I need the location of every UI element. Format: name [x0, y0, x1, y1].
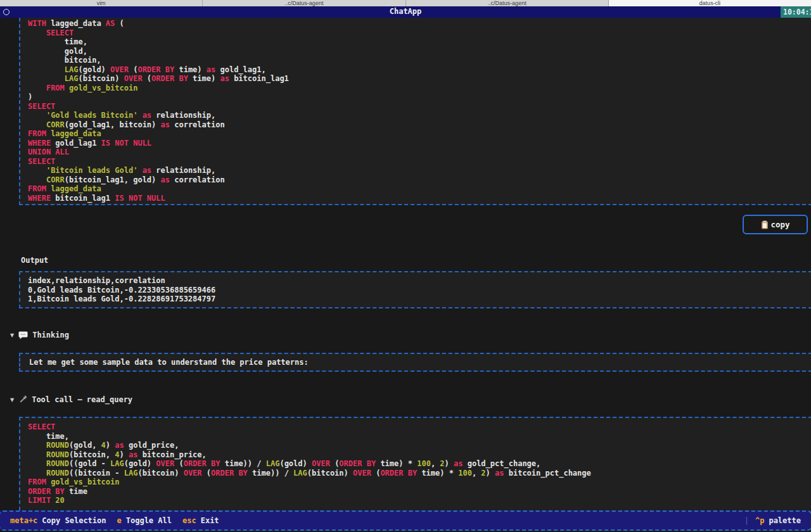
code-line: bitcoin, [28, 56, 811, 65]
code-line: LAG(gold) OVER (ORDER BY time) as gold_l… [28, 65, 811, 75]
code-line: WHERE bitcoin_lag1 IS NOT NULL [28, 194, 811, 203]
terminal-tab-label: datus-cli [699, 0, 721, 6]
palette-hint: | ^p palette [744, 516, 801, 525]
output-line: 0,Gold leads Bitcoin,-0.2233053688565946… [28, 286, 811, 295]
clock: 10:04:15 [781, 6, 811, 18]
code-line: CORR(gold_lag1, bitcoin) as correlation [28, 120, 811, 130]
code-line: WITH lagged_data AS ( [28, 19, 811, 28]
code-line: ROUND(bitcoin, 4) as bitcoin_price, [28, 450, 811, 460]
keyboard-shortcuts: meta+cCopy SelectioneToggle AllescExit [10, 516, 230, 525]
code-line: FROM lagged_data [28, 184, 811, 194]
terminal-tab-label: ..c/Datus-agent [284, 0, 323, 6]
output-panel[interactable]: index,relationship,correlation0,Gold lea… [19, 271, 811, 308]
code-line: CORR(bitcoin_lag1, gold) as correlation [28, 175, 811, 185]
code-line: 'Bitcoin leads Gold' as relationship, [28, 166, 811, 175]
tool-call-code-panel[interactable]: SELECT time, ROUND(gold, 4) as gold_pric… [19, 417, 811, 510]
code-line: ROUND((bitcoin - LAG(bitcoin) OVER (ORDE… [28, 469, 811, 478]
code-line: ROUND(gold, 4) as gold_price, [28, 441, 811, 450]
code-line: UNION ALL [28, 148, 811, 157]
terminal-tab-label: ..c/Datus-agent [488, 0, 527, 6]
terminal-tab-label: vim [97, 0, 106, 6]
thinking-collapse-header[interactable]: ▼ Thinking [10, 329, 69, 341]
code-line: time, [28, 37, 811, 47]
thinking-content-text: Let me get some sample data to understan… [29, 358, 309, 367]
code-line: LAG(bitcoin) OVER (ORDER BY time) as bit… [28, 74, 811, 84]
shortcut-label: Copy Selection [42, 516, 106, 525]
code-line: FROM lagged_data [28, 129, 811, 139]
code-line: SELECT [28, 422, 811, 432]
code-line: ) [28, 92, 811, 102]
app-title: ChatApp [0, 7, 811, 16]
code-line: time, [28, 432, 811, 441]
shortcut-label: Exit [201, 516, 219, 525]
tool-call-label: Tool call — read_query [32, 395, 132, 404]
palette-key: ^p [755, 516, 764, 525]
code-line: SELECT [28, 157, 811, 167]
terminal-tab[interactable]: vim [0, 0, 202, 6]
speech-balloon-icon [18, 331, 28, 340]
code-line: FROM gold_vs_bitcoin [28, 84, 811, 93]
terminal-tab[interactable]: ..c/Datus-agent [406, 0, 608, 6]
code-line: 'Gold leads Bitcoin' as relationship, [28, 111, 811, 120]
separator: | [744, 516, 749, 525]
palette-label: palette [769, 516, 801, 525]
sql-code-panel[interactable]: WITH lagged_data AS ( SELECT time, gold,… [19, 18, 811, 205]
code-line: SELECT [28, 28, 811, 38]
code-line: gold, [28, 47, 811, 56]
wrench-icon [18, 395, 27, 404]
output-section-label: Output [21, 256, 48, 265]
code-line: WHERE gold_lag1 IS NOT NULL [28, 139, 811, 148]
copy-button[interactable]: copy [743, 215, 808, 234]
code-line: ORDER BY time [28, 487, 811, 497]
shortcut-key: meta+c [10, 516, 37, 525]
tool-call-collapse-header[interactable]: ▼ Tool call — read_query [10, 394, 132, 405]
thinking-content-panel[interactable]: Let me get some sample data to understan… [19, 353, 811, 372]
shortcut-key: e [117, 516, 122, 525]
code-line: FROM gold_vs_bitcoin [28, 478, 811, 487]
output-line: 1,Bitcoin leads Gold,-0.2282869175328479… [28, 294, 811, 304]
thinking-label: Thinking [32, 331, 69, 339]
shortcut-key: esc [182, 516, 196, 525]
shortcut-label: Toggle All [126, 516, 172, 525]
clipboard-icon [760, 220, 769, 229]
terminal-tab-strip: vim..c/Datus-agent..c/Datus-agentdatus-c… [0, 0, 811, 6]
terminal-tab[interactable]: ..c/Datus-agent [202, 0, 405, 6]
copy-button-label: copy [770, 220, 789, 229]
output-line: index,relationship,correlation [28, 276, 811, 286]
code-line: SELECT [28, 102, 811, 111]
title-bar: ChatApp 10:04:15 [0, 6, 811, 18]
code-line: ROUND((gold - LAG(gold) OVER (ORDER BY t… [28, 459, 811, 469]
code-line: LIMIT 20 [28, 496, 811, 505]
status-bar: meta+cCopy SelectioneToggle AllescExit |… [0, 510, 811, 531]
chatapp-terminal-screen: vim..c/Datus-agent..c/Datus-agentdatus-c… [0, 0, 811, 532]
collapse-triangle-icon[interactable]: ▼ [10, 332, 14, 338]
collapse-triangle-icon[interactable]: ▼ [10, 397, 14, 403]
terminal-tab[interactable]: datus-cli [608, 0, 811, 6]
